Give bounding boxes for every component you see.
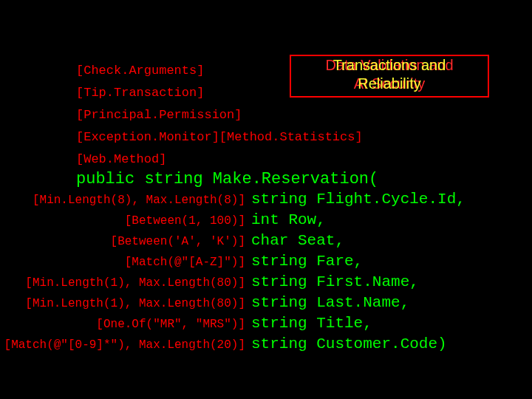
- param-code-0: string Flight.Cycle.Id,: [251, 191, 466, 208]
- param-attr-0: [Min.Length(8), Max.Length(8)]: [33, 194, 245, 207]
- param-code-2: char Seat,: [251, 232, 344, 249]
- slide-stage: Data Validation and AI Security Transact…: [0, 0, 532, 399]
- param-code-3: string Fare,: [251, 253, 363, 270]
- param-attr-7: [Match(@"[0-9]*"), Max.Length(20)]: [4, 338, 245, 352]
- param-attr-6: [One.Of("MR", "MRS")]: [96, 318, 245, 331]
- param-code-4: string First.Name,: [251, 273, 419, 290]
- param-code-5: string Last.Name,: [251, 294, 409, 311]
- method-attr-principal-permission: [Principal.Permission]: [76, 108, 242, 122]
- param-code-6: string Title,: [251, 315, 372, 332]
- param-attr-4: [Min.Length(1), Max.Length(80)]: [25, 276, 245, 290]
- method-attr-web-method: [Web.Method]: [76, 152, 166, 166]
- title-box: [290, 55, 489, 98]
- method-attr-check-arguments: [Check.Arguments]: [76, 64, 204, 78]
- method-signature: public string Make.Reservation(: [76, 170, 378, 188]
- method-attr-exception-and-stats: [Exception.Monitor][Method.Statistics]: [76, 130, 363, 144]
- param-attr-2: [Between('A', 'K')]: [111, 235, 245, 248]
- param-attr-1: [Between(1, 100)]: [125, 214, 245, 228]
- param-code-7: string Customer.Code): [251, 335, 447, 352]
- param-attr-3: [Match(@"[A-Z]")]: [125, 256, 245, 269]
- param-attr-5: [Min.Length(1), Max.Length(80)]: [25, 297, 245, 310]
- method-attr-tip-transaction: [Tip.Transaction]: [76, 86, 204, 100]
- param-code-1: int Row,: [251, 211, 326, 228]
